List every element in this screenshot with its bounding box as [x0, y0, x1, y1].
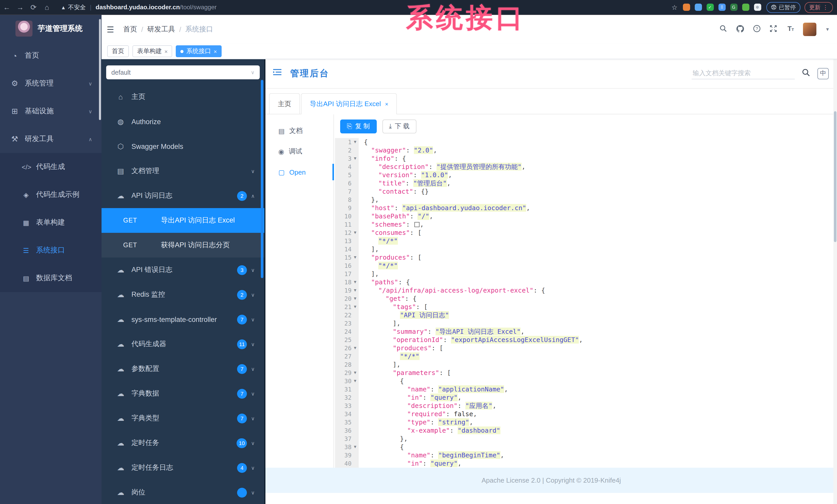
api-group-定时任务日志[interactable]: ☁定时任务日志4∨ [102, 455, 264, 480]
content-tab-导出API 访问日志 Excel[interactable]: 导出API 访问日志 Excel× [301, 93, 397, 114]
api-menu-item-Authorize[interactable]: ◍Authorize [102, 109, 264, 134]
sidebar-item-系统管理[interactable]: ⚙系统管理∨ [0, 70, 102, 97]
api-group-Redis 监控[interactable]: ☁Redis 监控2∨ [102, 282, 264, 307]
code-token: : [410, 212, 418, 220]
breadcrumb-item[interactable]: 系统接口 [185, 25, 213, 34]
close-icon[interactable]: × [164, 48, 168, 54]
site-security[interactable]: ▲ 不安全 [61, 3, 86, 11]
api-group-定时任务[interactable]: ☁定时任务10∨ [102, 431, 264, 455]
api-operation-获得API 访问日志分页[interactable]: GET获得API 访问日志分页 [102, 233, 264, 258]
forward-icon[interactable]: → [13, 3, 27, 11]
doc-menu-item-文档[interactable]: ▤文档 [265, 120, 334, 141]
blue-drop-ext-icon[interactable] [694, 4, 702, 11]
font-size-icon[interactable]: TT [786, 25, 794, 34]
chevron-down-icon: ∨ [251, 366, 256, 372]
breadcrumb-item[interactable]: 研发工具 [147, 25, 175, 34]
line-number-gutter: 26▼ [335, 344, 359, 352]
fold-arrow-icon[interactable]: ▼ [352, 286, 359, 295]
sidebar-subitem-代码生成示例[interactable]: ◈代码生成示例 [0, 181, 102, 209]
doc-search-icon[interactable] [802, 69, 810, 78]
fold-arrow-icon[interactable]: ▼ [352, 344, 359, 352]
cloud-icon: ☁ [116, 414, 125, 422]
hamburger-icon[interactable]: ☰ [107, 24, 117, 34]
green-box-ext-icon[interactable]: G [730, 4, 737, 11]
sidebar-item-首页[interactable]: ◔首页 [0, 42, 102, 70]
api-menu-item-Swagger Models[interactable]: ⬡Swagger Models [102, 134, 264, 158]
fold-arrow-icon[interactable]: ▼ [352, 303, 359, 311]
api-operation-导出API 访问日志 Excel[interactable]: GET导出API 访问日志 Excel [102, 208, 264, 233]
api-menu-item-文档管理[interactable]: ▤文档管理∨ [102, 158, 264, 183]
fold-arrow-icon[interactable]: ▼ [352, 254, 359, 262]
doc-menu-item-调试[interactable]: ◉调试 [265, 141, 334, 162]
app-logo[interactable]: 芋道管理系统 [0, 15, 102, 42]
code-line-content: "description": "应用名", [359, 402, 496, 410]
fold-arrow-icon[interactable]: ▼ [352, 154, 359, 163]
browser-update-button[interactable]: 更新 ⋮ [804, 2, 833, 13]
fold-arrow-icon[interactable]: ▼ [352, 278, 359, 286]
sidebar-subitem-表单构建[interactable]: ▦表单构建 [0, 209, 102, 237]
download-button[interactable]: ⤓ 下 载 [382, 119, 416, 133]
reload-icon[interactable]: ⟳ [27, 3, 40, 11]
api-group-sys-sms-template-controller[interactable]: ☁sys-sms-template-controller7∨ [102, 307, 264, 332]
view-tag-系统接口[interactable]: 系统接口× [176, 45, 221, 57]
fullscreen-icon[interactable] [769, 25, 777, 34]
close-icon[interactable]: × [214, 48, 217, 54]
content-tab-主页[interactable]: 主页 [269, 93, 300, 114]
fold-arrow-icon[interactable]: ▼ [352, 138, 359, 146]
help-icon[interactable]: ? [753, 25, 761, 34]
api-group-代码生成器[interactable]: ☁代码生成器11∨ [102, 332, 264, 356]
paused-extension-button[interactable]: 😨 已暂停 [766, 2, 800, 13]
api-sidebar-scrollbar[interactable] [261, 80, 263, 278]
sidebar-subitem-系统接口[interactable]: ☰系统接口 [0, 237, 102, 264]
github-icon[interactable] [736, 24, 744, 34]
collapse-menu-icon[interactable] [273, 68, 282, 79]
api-group-参数配置[interactable]: ☁参数配置7∨ [102, 356, 264, 381]
bookmark-star-icon[interactable]: ☆ [672, 3, 677, 11]
doc-search-input[interactable] [692, 68, 795, 79]
sidebar-item-研发工具[interactable]: ⚒研发工具∧ [0, 125, 102, 153]
back-icon[interactable]: ← [0, 3, 13, 11]
white-flower-ext-icon[interactable]: ✽ [754, 4, 761, 11]
fold-arrow-icon[interactable]: ▼ [352, 377, 359, 385]
sidebar-item-基础设施[interactable]: ⊞基础设施∨ [0, 97, 102, 125]
chevron-down-icon[interactable]: ▼ [825, 27, 830, 32]
language-toggle-button[interactable]: 中 [817, 68, 829, 79]
fold-arrow-icon[interactable]: ▼ [352, 369, 359, 377]
user-avatar[interactable] [803, 23, 816, 36]
home-icon[interactable]: ⌂ [40, 3, 54, 11]
fold-arrow-icon[interactable]: ▼ [352, 443, 359, 451]
green-leaf-ext-icon[interactable] [742, 4, 749, 11]
api-group-字典数据[interactable]: ☁字典数据7∨ [102, 381, 264, 406]
breadcrumb-item[interactable]: 首页 [123, 25, 137, 34]
blue-grid-ext-icon[interactable]: ⠿ [718, 4, 726, 11]
page-scrollbar-thumb[interactable] [834, 111, 836, 242]
sidebar-subitem-代码生成[interactable]: </>代码生成 [0, 153, 102, 181]
api-group-字典类型[interactable]: ☁字典类型7∨ [102, 406, 264, 431]
code-token: "*/*" [378, 237, 398, 245]
orange-ext-icon[interactable] [683, 4, 690, 11]
fold-arrow-icon[interactable]: ▼ [352, 295, 359, 303]
copy-button[interactable]: ⎘ 复 制 [340, 119, 376, 133]
sidebar-subitem-数据库文档[interactable]: ▤数据库文档 [0, 264, 102, 292]
green-check-ext-icon[interactable]: ✓ [706, 4, 714, 11]
api-menu-item-主页[interactable]: ⌂主页 [102, 85, 264, 109]
api-group-岗位[interactable]: ☁岗位∨ [102, 480, 264, 504]
search-icon[interactable] [719, 25, 727, 34]
doc-menu-item-Open[interactable]: ▢Open [265, 162, 334, 182]
cloud-icon: ☁ [116, 315, 125, 323]
fold-arrow-icon[interactable]: ▼ [352, 229, 359, 237]
code-editor[interactable]: 1▼{2"swagger": "2.0",3▼"info": {4"descri… [335, 138, 837, 468]
view-tag-表单构建[interactable]: 表单构建× [132, 45, 173, 57]
close-icon[interactable]: × [385, 101, 388, 107]
code-token: , [500, 451, 504, 459]
browser-menu-icon[interactable]: ⋮ [823, 4, 828, 11]
line-number: 31 [337, 385, 352, 393]
sidebar-scrollbar[interactable] [99, 19, 101, 120]
line-number-gutter: 5 [335, 171, 359, 179]
view-tag-首页[interactable]: 首页 [107, 45, 129, 57]
group-select[interactable]: default ∨ [106, 66, 260, 79]
address-bar[interactable]: dashboard.yudao.iocoder.cn/tool/swagger [95, 4, 672, 11]
code-line-content: "*/*" [359, 352, 419, 360]
api-group-API 错误日志[interactable]: ☁API 错误日志3∨ [102, 258, 264, 282]
api-menu-item-API 访问日志[interactable]: ☁API 访问日志2∧ [102, 183, 264, 208]
